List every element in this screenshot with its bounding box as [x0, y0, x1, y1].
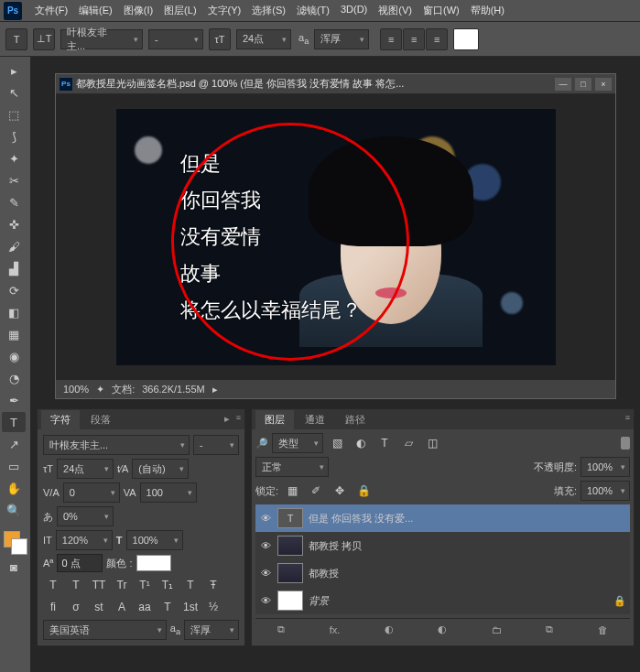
link-layers-icon[interactable]: ⧉	[277, 623, 285, 635]
filter-icon[interactable]: 🔎	[255, 438, 268, 450]
maximize-button[interactable]: □	[575, 78, 591, 91]
fill-input[interactable]: 100%	[580, 481, 630, 501]
type-tool-icon[interactable]: T	[2, 412, 26, 432]
history-brush-tool-icon[interactable]: ⟳	[2, 280, 26, 300]
wand-tool-icon[interactable]: ✦	[2, 148, 26, 168]
path-tool-icon[interactable]: ↗	[2, 434, 26, 454]
layers-menu-icon[interactable]: ≡	[625, 413, 630, 422]
stamp-tool-icon[interactable]: ▟	[2, 258, 26, 278]
filter-shape-icon[interactable]: ▱	[398, 434, 418, 452]
char-shift[interactable]: 0 点	[57, 554, 103, 572]
lock-trans-icon[interactable]: ▦	[282, 482, 302, 500]
layer-row[interactable]: 👁 背景 🔒	[255, 587, 630, 614]
delete-layer-icon[interactable]: 🗑	[598, 624, 608, 635]
crop-tool-icon[interactable]: ✂	[2, 170, 26, 190]
visibility-icon[interactable]: 👁	[259, 540, 272, 551]
menu-item[interactable]: 编辑(E)	[73, 1, 118, 20]
menu-item[interactable]: 文件(F)	[29, 1, 73, 20]
align-right-icon[interactable]: ≡	[426, 28, 448, 50]
status-chevron-icon[interactable]: ▸	[212, 384, 218, 396]
opentype-button[interactable]: st	[89, 598, 109, 616]
menu-item[interactable]: 图层(L)	[158, 1, 201, 20]
new-layer-icon[interactable]: ⧉	[546, 623, 553, 635]
layer-name[interactable]: 但是 你回答我 没有爱...	[309, 512, 626, 526]
blur-tool-icon[interactable]: ◉	[2, 346, 26, 366]
zoom-level[interactable]: 100%	[63, 384, 89, 395]
layer-thumbnail[interactable]	[277, 591, 303, 611]
opentype-button[interactable]: 1st	[180, 598, 201, 616]
filter-toggle[interactable]	[621, 437, 630, 450]
layer-name[interactable]: 都教授 拷贝	[309, 539, 626, 553]
zoom-tool-icon[interactable]: 🔍	[2, 500, 26, 520]
layer-thumbnail[interactable]	[277, 536, 303, 556]
orientation-toggle-icon[interactable]: ⊥T	[33, 28, 55, 50]
hand-tool-icon[interactable]: ✋	[2, 478, 26, 498]
layer-thumbnail[interactable]: T	[277, 508, 303, 528]
layer-kind-select[interactable]: 类型	[272, 433, 323, 453]
layer-row[interactable]: 👁 T 但是 你回答我 没有爱...	[255, 504, 630, 532]
layer-row[interactable]: 👁 都教授	[255, 559, 630, 587]
marquee-tool-icon[interactable]: ⬚	[2, 104, 26, 125]
brush-tool-icon[interactable]: 🖌	[2, 236, 26, 256]
char-style-select[interactable]: -	[193, 435, 239, 455]
filter-smart-icon[interactable]: ◫	[422, 434, 442, 452]
type-style-button[interactable]: T	[66, 576, 86, 594]
opentype-button[interactable]: aa	[135, 598, 155, 616]
align-left-icon[interactable]: ≡	[380, 28, 402, 50]
menu-item[interactable]: 帮助(H)	[465, 1, 510, 20]
type-style-button[interactable]: Tr	[112, 576, 132, 594]
tab-channels[interactable]: 通道	[296, 410, 334, 429]
tool-preset-icon[interactable]: T	[5, 28, 27, 50]
type-style-button[interactable]: Ŧ	[203, 576, 223, 594]
lasso-tool-icon[interactable]: ⟆	[2, 126, 26, 146]
lock-pixel-icon[interactable]: ✐	[306, 482, 326, 500]
menu-item[interactable]: 窗口(W)	[418, 1, 465, 20]
type-style-button[interactable]: TT	[89, 576, 109, 594]
eraser-tool-icon[interactable]: ◧	[2, 302, 26, 322]
layer-thumbnail[interactable]	[277, 563, 303, 583]
tab-paths[interactable]: 路径	[336, 410, 374, 429]
opacity-input[interactable]: 100%	[580, 457, 630, 477]
layer-name[interactable]: 都教授	[309, 567, 626, 580]
heal-tool-icon[interactable]: ✜	[2, 214, 26, 234]
char-leading[interactable]: (自动)	[132, 459, 189, 479]
char-tracking[interactable]: 0	[63, 482, 120, 503]
visibility-icon[interactable]: 👁	[259, 595, 272, 606]
char-kerning[interactable]: 100	[140, 482, 197, 503]
opentype-button[interactable]: fi	[43, 598, 63, 616]
menu-item[interactable]: 滤镜(T)	[291, 1, 335, 20]
move-tool-icon[interactable]: ↖	[2, 82, 26, 103]
mask-icon[interactable]: ◐	[385, 623, 394, 635]
background-color[interactable]	[11, 538, 27, 555]
char-color-swatch[interactable]	[136, 555, 171, 571]
adjust-icon[interactable]: ◐	[438, 623, 447, 635]
char-baseline[interactable]: 0%	[57, 506, 114, 526]
type-style-button[interactable]: T₁	[157, 576, 178, 594]
menu-item[interactable]: 图像(I)	[118, 1, 158, 20]
tab-paragraph[interactable]: 段落	[81, 410, 120, 429]
text-color-swatch[interactable]	[453, 28, 479, 50]
visibility-icon[interactable]: 👁	[259, 568, 272, 579]
menu-item[interactable]: 视图(V)	[373, 1, 418, 20]
shape-tool-icon[interactable]: ▭	[2, 456, 26, 476]
type-style-button[interactable]: T	[180, 576, 201, 594]
lock-pos-icon[interactable]: ✥	[330, 482, 350, 500]
type-style-button[interactable]: T	[43, 576, 63, 594]
char-hscale[interactable]: 100%	[126, 530, 183, 550]
quickmask-icon[interactable]: ◙	[2, 557, 26, 577]
layer-name[interactable]: 背景	[309, 594, 608, 608]
char-font-select[interactable]: 叶根友非主...	[43, 435, 190, 455]
eyedropper-tool-icon[interactable]: ✎	[2, 192, 26, 212]
char-size[interactable]: 24点	[57, 459, 114, 479]
close-button[interactable]: ×	[595, 78, 612, 91]
menu-item[interactable]: 文字(Y)	[202, 1, 247, 20]
fx-icon[interactable]: fx.	[330, 624, 341, 635]
aa-select[interactable]: 浑厚	[314, 29, 369, 49]
opentype-button[interactable]: T	[157, 598, 178, 616]
group-icon[interactable]: 🗀	[492, 624, 502, 635]
opentype-button[interactable]: ½	[203, 598, 223, 616]
blend-mode-select[interactable]: 正常	[255, 457, 329, 477]
lock-all-icon[interactable]: 🔒	[353, 482, 374, 500]
minimize-button[interactable]: —	[555, 78, 571, 91]
gradient-tool-icon[interactable]: ▦	[2, 324, 26, 344]
